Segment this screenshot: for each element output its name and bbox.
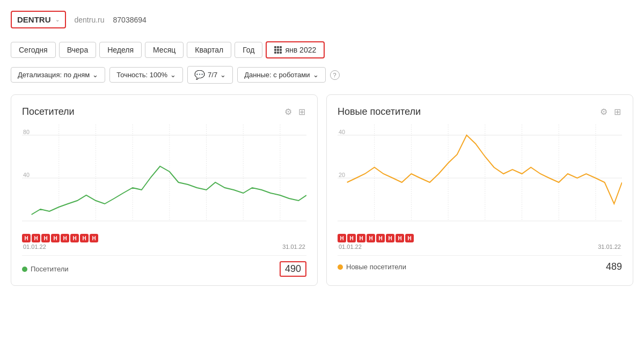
h-marker: H — [41, 234, 50, 242]
visitors-h-markers: H H H H H H H H — [22, 234, 306, 242]
custom-date-label: янв 2022 — [285, 46, 316, 54]
site-name: DENTRU — [17, 15, 51, 24]
header: DENTRU ⌄ dentru.ru 87038694 — [11, 11, 633, 28]
new-visitors-value: 489 — [606, 261, 622, 272]
h-marker: H — [22, 234, 31, 242]
visitors-chart-svg: 80 40 — [22, 124, 306, 232]
visitors-chart-card: Посетители ⚙ ⊞ 80 40 — [11, 94, 318, 286]
visitors-footer: Посетители 490 — [22, 255, 306, 277]
h-marker: H — [376, 234, 385, 242]
svg-text:40: 40 — [23, 172, 30, 178]
new-visitors-chart-actions: ⚙ ⊞ — [599, 106, 622, 118]
charts-row: Посетители ⚙ ⊞ 80 40 — [11, 94, 633, 286]
new-visitors-x-labels: 01.01.22 31.01.22 — [338, 244, 622, 250]
bubble-icon: 💬 — [194, 70, 205, 80]
chevron-down-icon: ⌄ — [170, 71, 176, 79]
period-today[interactable]: Сегодня — [11, 42, 56, 58]
site-selector[interactable]: DENTRU ⌄ — [11, 11, 66, 28]
x-label-start: 01.01.22 — [339, 244, 362, 250]
new-visitors-chart-card: Новые посетители ⚙ ⊞ 40 20 — [326, 94, 633, 286]
h-marker: H — [386, 234, 394, 242]
svg-text:40: 40 — [339, 129, 345, 135]
data-type-filter[interactable]: Данные: с роботами ⌄ — [237, 67, 325, 83]
new-visitors-legend-dot — [338, 264, 343, 270]
visitors-x-labels: 01.01.22 31.01.22 — [22, 244, 306, 250]
period-week[interactable]: Неделя — [99, 42, 142, 58]
filter-row: Детализация: по дням ⌄ Точность: 100% ⌄ … — [11, 66, 633, 84]
h-marker: H — [405, 234, 414, 242]
chevron-down-icon: ⌄ — [92, 71, 98, 79]
period-quarter[interactable]: Квартал — [187, 42, 231, 58]
detail-filter[interactable]: Детализация: по дням ⌄ — [11, 67, 105, 83]
h-marker: H — [357, 234, 365, 242]
chevron-down-icon: ⌄ — [220, 71, 226, 79]
new-visitors-legend-label: Новые посетители — [346, 263, 406, 271]
data-type-label: Данные: с роботами — [244, 71, 310, 79]
x-label-end: 31.01.22 — [282, 244, 305, 250]
h-marker: H — [367, 234, 375, 242]
new-visitors-settings-button[interactable]: ⚙ — [599, 106, 609, 118]
visitors-value: 490 — [280, 261, 306, 277]
h-marker: H — [80, 234, 89, 242]
new-visitors-chart-header: Новые посетители ⚙ ⊞ — [338, 106, 622, 118]
svg-text:20: 20 — [339, 172, 345, 178]
calendar-grid-icon — [274, 46, 282, 54]
h-marker: H — [51, 234, 60, 242]
new-visitors-chart-svg: 40 20 — [338, 124, 622, 232]
detail-label: Детализация: по дням — [18, 71, 90, 79]
chevron-down-icon: ⌄ — [313, 71, 319, 79]
visitors-chart-header: Посетители ⚙ ⊞ — [22, 106, 306, 118]
h-marker: H — [338, 234, 346, 242]
period-custom[interactable]: янв 2022 — [266, 41, 325, 58]
period-row: Сегодня Вчера Неделя Месяц Квартал Год я… — [11, 41, 633, 58]
new-visitors-h-markers: H H H H H H H H — [338, 234, 622, 242]
h-marker: H — [396, 234, 404, 242]
x-label-end: 31.01.22 — [598, 244, 621, 250]
period-yesterday[interactable]: Вчера — [59, 42, 97, 58]
site-url: dentru.ru — [75, 16, 105, 24]
period-year[interactable]: Год — [235, 42, 262, 58]
accuracy-filter[interactable]: Точность: 100% ⌄ — [109, 67, 183, 83]
new-visitors-legend: Новые посетители — [338, 263, 406, 271]
visitors-legend-label: Посетители — [31, 265, 69, 273]
segments-label: 7/7 — [208, 71, 217, 79]
visitors-legend: Посетители — [22, 265, 69, 273]
h-marker: H — [90, 234, 98, 242]
visitors-chart-title: Посетители — [22, 106, 75, 117]
visitors-settings-button[interactable]: ⚙ — [283, 106, 293, 118]
visitors-chart-actions: ⚙ ⊞ — [283, 106, 306, 118]
visitors-layout-button[interactable]: ⊞ — [297, 106, 306, 118]
help-icon[interactable]: ? — [330, 70, 340, 80]
h-marker: H — [32, 234, 40, 242]
accuracy-label: Точность: 100% — [116, 71, 167, 79]
period-month[interactable]: Месяц — [145, 42, 184, 58]
site-id: 87038694 — [113, 16, 147, 24]
chevron-down-icon: ⌄ — [55, 17, 60, 23]
svg-text:80: 80 — [23, 129, 30, 135]
new-visitors-chart-title: Новые посетители — [338, 106, 421, 117]
h-marker: H — [61, 234, 69, 242]
h-marker: H — [70, 234, 79, 242]
new-visitors-footer: Новые посетители 489 — [338, 255, 622, 272]
visitors-legend-dot — [22, 267, 27, 272]
segments-filter[interactable]: 💬 7/7 ⌄ — [187, 66, 233, 84]
h-marker: H — [347, 234, 356, 242]
new-visitors-layout-button[interactable]: ⊞ — [613, 106, 622, 118]
x-label-start: 01.01.22 — [23, 244, 46, 250]
